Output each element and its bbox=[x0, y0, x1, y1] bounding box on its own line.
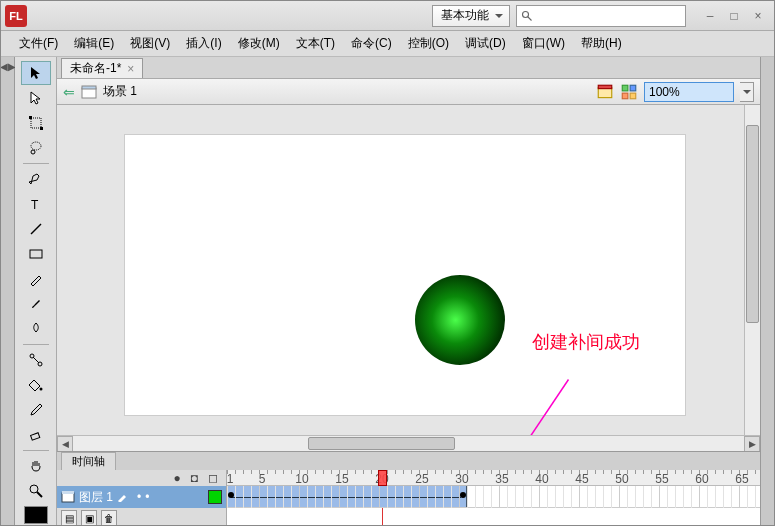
document-tab-title: 未命名-1* bbox=[70, 60, 121, 77]
menu-control[interactable]: 控制(O) bbox=[400, 31, 457, 56]
svg-rect-24 bbox=[630, 93, 636, 99]
right-collapse-strip[interactable] bbox=[760, 57, 774, 525]
vertical-scrollbar[interactable] bbox=[744, 105, 760, 435]
edit-bar: ⇐ 场景 1 bbox=[57, 79, 760, 105]
minimize-button[interactable]: – bbox=[700, 9, 720, 23]
timeline-panel: 时间轴 ● ◘ ◻ 图层 1 •• bbox=[57, 451, 760, 525]
menu-help[interactable]: 帮助(H) bbox=[573, 31, 630, 56]
search-input[interactable] bbox=[537, 10, 681, 22]
stage[interactable] bbox=[125, 135, 685, 415]
menu-view[interactable]: 视图(V) bbox=[122, 31, 178, 56]
scroll-left-button[interactable]: ◀ bbox=[57, 436, 73, 451]
paint-bucket-tool[interactable] bbox=[21, 373, 51, 397]
menu-commands[interactable]: 命令(C) bbox=[343, 31, 400, 56]
free-transform-tool[interactable] bbox=[21, 111, 51, 135]
document-tab[interactable]: 未命名-1* × bbox=[61, 58, 143, 78]
new-layer-button[interactable]: ▤ bbox=[61, 510, 77, 526]
timeline-frames[interactable]: 1510152025303540455055606570 bbox=[227, 470, 760, 526]
workspace-switcher[interactable]: 基本功能 bbox=[432, 5, 510, 27]
zoom-tool[interactable] bbox=[21, 479, 51, 503]
delete-layer-button[interactable]: 🗑 bbox=[101, 510, 117, 526]
back-arrow-icon[interactable]: ⇐ bbox=[63, 84, 75, 100]
restore-button[interactable]: □ bbox=[724, 9, 744, 23]
menu-file[interactable]: 文件(F) bbox=[11, 31, 66, 56]
scene-icon bbox=[81, 85, 97, 99]
menu-debug[interactable]: 调试(D) bbox=[457, 31, 514, 56]
timeline-layers-column: ● ◘ ◻ 图层 1 •• ▤ ▣ 🗑 bbox=[57, 470, 227, 526]
svg-point-15 bbox=[30, 485, 38, 493]
eyedropper-tool[interactable] bbox=[21, 398, 51, 422]
layer-color-swatch[interactable] bbox=[208, 490, 222, 504]
rectangle-tool[interactable] bbox=[21, 242, 51, 266]
close-button[interactable]: × bbox=[748, 9, 768, 23]
zoom-dropdown[interactable] bbox=[740, 82, 754, 102]
lasso-tool[interactable] bbox=[21, 136, 51, 160]
menu-insert[interactable]: 插入(I) bbox=[178, 31, 229, 56]
svg-rect-22 bbox=[630, 85, 636, 91]
document-tabs: 未命名-1* × bbox=[57, 57, 760, 79]
annotation-text: 创建补间成功 bbox=[532, 330, 640, 354]
menu-edit[interactable]: 编辑(E) bbox=[66, 31, 122, 56]
new-folder-button[interactable]: ▣ bbox=[81, 510, 97, 526]
expand-arrow-icon: ◀▶ bbox=[0, 61, 16, 72]
svg-line-1 bbox=[528, 16, 532, 20]
layer-icon bbox=[61, 490, 75, 504]
svg-rect-21 bbox=[622, 85, 628, 91]
pen-tool[interactable] bbox=[21, 167, 51, 191]
svg-rect-2 bbox=[31, 118, 41, 128]
subselection-tool[interactable] bbox=[21, 86, 51, 110]
menu-modify[interactable]: 修改(M) bbox=[230, 31, 288, 56]
deco-tool[interactable] bbox=[21, 317, 51, 341]
svg-point-5 bbox=[31, 142, 41, 150]
horizontal-scroll-thumb[interactable] bbox=[308, 437, 456, 450]
svg-rect-20 bbox=[598, 85, 612, 88]
pencil-tool[interactable] bbox=[21, 267, 51, 291]
stage-area[interactable]: 创建补间成功 ◀ ▶ bbox=[57, 105, 760, 451]
svg-line-16 bbox=[37, 492, 42, 497]
close-tab-icon[interactable]: × bbox=[127, 62, 134, 76]
text-tool[interactable]: T bbox=[21, 192, 51, 216]
tools-panel: T bbox=[15, 57, 57, 525]
scroll-right-button[interactable]: ▶ bbox=[744, 436, 760, 451]
visibility-header-icon[interactable]: ● bbox=[174, 471, 181, 485]
svg-rect-14 bbox=[30, 433, 39, 440]
eraser-tool[interactable] bbox=[21, 423, 51, 447]
svg-point-13 bbox=[39, 388, 42, 391]
left-collapse-strip[interactable]: ◀▶ bbox=[1, 57, 15, 525]
brush-tool[interactable] bbox=[21, 292, 51, 316]
workspace-label: 基本功能 bbox=[441, 7, 489, 24]
svg-rect-23 bbox=[622, 93, 628, 99]
vertical-scroll-thumb[interactable] bbox=[746, 125, 759, 323]
outline-header-icon[interactable]: ◻ bbox=[208, 471, 218, 485]
bone-tool[interactable] bbox=[21, 348, 51, 372]
horizontal-scrollbar[interactable]: ◀ ▶ bbox=[57, 435, 760, 451]
pencil-icon bbox=[117, 492, 127, 502]
zoom-input[interactable] bbox=[644, 82, 734, 102]
svg-rect-9 bbox=[30, 250, 42, 258]
hand-tool[interactable] bbox=[21, 454, 51, 478]
svg-line-8 bbox=[31, 224, 41, 234]
svg-rect-3 bbox=[29, 116, 32, 119]
svg-rect-26 bbox=[62, 493, 74, 502]
edit-symbols-icon[interactable] bbox=[620, 83, 638, 101]
scene-name[interactable]: 场景 1 bbox=[103, 83, 590, 100]
stage-object-circle[interactable] bbox=[415, 275, 505, 365]
selection-tool[interactable] bbox=[21, 61, 51, 85]
svg-rect-4 bbox=[40, 127, 43, 130]
search-box[interactable] bbox=[516, 5, 686, 27]
app-icon: FL bbox=[5, 5, 27, 27]
lock-header-icon[interactable]: ◘ bbox=[191, 471, 198, 485]
stroke-color-swatch[interactable] bbox=[24, 506, 48, 524]
menu-text[interactable]: 文本(T) bbox=[288, 31, 343, 56]
timeline-tab[interactable]: 时间轴 bbox=[61, 452, 116, 470]
edit-scene-icon[interactable] bbox=[596, 83, 614, 101]
playhead[interactable] bbox=[378, 470, 387, 486]
svg-point-6 bbox=[31, 150, 35, 154]
menu-window[interactable]: 窗口(W) bbox=[514, 31, 573, 56]
timeline-ruler[interactable]: 1510152025303540455055606570 bbox=[227, 470, 760, 486]
layer-row[interactable]: 图层 1 •• bbox=[57, 486, 226, 508]
line-tool[interactable] bbox=[21, 217, 51, 241]
svg-point-0 bbox=[523, 11, 529, 17]
layer-name[interactable]: 图层 1 bbox=[79, 489, 113, 506]
svg-rect-18 bbox=[82, 86, 96, 89]
